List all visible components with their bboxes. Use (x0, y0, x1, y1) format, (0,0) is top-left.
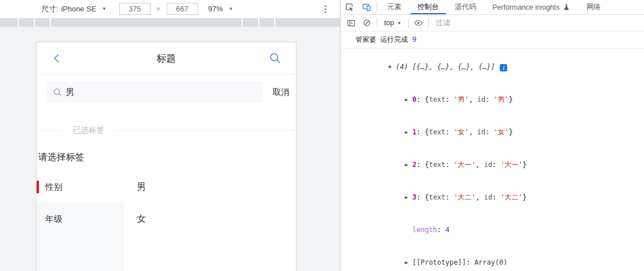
console-filter-input[interactable] (436, 19, 550, 27)
array-item-row: ▶1: {text: '女', id: '女'} (341, 116, 644, 149)
console-sidebar-icon[interactable] (343, 19, 359, 27)
tab-label: 网络 (586, 2, 600, 12)
option-list: 男 女 (124, 171, 296, 271)
divider-line (116, 130, 296, 131)
caret-down-icon: ▼ (102, 6, 106, 11)
search-input[interactable]: 男 (46, 81, 263, 103)
item-value: '大二' (454, 193, 476, 201)
more-options-icon[interactable]: ⋮ (321, 4, 330, 14)
tab-label: 元素 (387, 2, 401, 12)
console-log-message: 管家婆 运行完成9 (341, 31, 644, 49)
item-key: id (477, 95, 485, 103)
item-key: id (484, 193, 492, 201)
tab-performance-insights[interactable]: Performance insights (484, 0, 578, 14)
tag-tree-select: 性别 年级 男 女 (37, 171, 296, 271)
collapse-arrow-icon[interactable]: ▼ (388, 62, 396, 72)
length-label: length (412, 226, 437, 234)
log-text: 管家婆 运行完成 (355, 35, 408, 43)
clear-console-icon[interactable] (359, 19, 375, 27)
app-header: 标题 (37, 42, 296, 75)
context-label: top (384, 19, 394, 27)
media-query-tick (50, 18, 51, 27)
caret-down-icon: ▼ (397, 21, 401, 26)
array-prototype-row: ▶[[Prototype]]: Array(0) (341, 246, 644, 271)
search-bar: 男 取消 (37, 75, 296, 109)
tab-network[interactable]: 网络 (578, 0, 609, 14)
section-title: 请选择标签 (37, 152, 296, 164)
array-item-row: ▶2: {text: '大一', id: '大一'} (341, 149, 644, 181)
expand-arrow-icon[interactable]: ▶ (405, 257, 412, 268)
item-value: '男' (493, 95, 508, 103)
search-icon[interactable] (269, 52, 281, 64)
media-query-tick (34, 18, 35, 27)
item-value: '大一' (500, 161, 522, 169)
item-value: '女' (454, 128, 469, 136)
zoom-select[interactable]: 97% ▼ (208, 5, 234, 13)
javascript-context-select[interactable]: top ▼ (379, 19, 406, 27)
inspect-element-icon[interactable] (341, 0, 358, 14)
device-toolbar: 尺寸: iPhone SE ▼ × 97% ▼ ⋮ (0, 0, 340, 18)
device-canvas: 标题 男 取消 已选标签 (0, 18, 340, 271)
item-key: id (477, 128, 485, 136)
device-toolbar-icon[interactable] (358, 0, 375, 14)
media-query-tick (274, 18, 275, 27)
option-female[interactable]: 女 (137, 203, 296, 235)
tab-console[interactable]: 控制台 (409, 0, 447, 14)
multiply-icon: × (156, 5, 161, 13)
back-icon[interactable] (52, 53, 62, 63)
item-value: '大一' (454, 161, 476, 169)
devtools-tab-bar: 元素 控制台 源代码 Performance insights 网络 (341, 0, 644, 15)
viewport-width-input[interactable] (119, 3, 151, 15)
array-preview-row: ▼(4) [{…}, {…}, {…}, {…}]i (341, 51, 644, 83)
category-sidebar: 性别 年级 (37, 171, 124, 271)
expand-arrow-icon[interactable]: ▶ (405, 127, 412, 138)
media-query-bar[interactable] (0, 18, 340, 27)
device-select[interactable]: 尺寸: iPhone SE ▼ (41, 4, 106, 14)
emulated-page: 标题 男 取消 已选标签 (36, 42, 297, 271)
media-query-tick (18, 18, 19, 27)
expand-arrow-icon[interactable]: ▶ (405, 94, 412, 105)
sidebar-item-grade[interactable]: 年级 (37, 203, 124, 235)
item-key: text (429, 128, 445, 136)
option-male[interactable]: 男 (137, 171, 296, 203)
item-key: text (429, 193, 445, 201)
live-expression-eye-icon[interactable] (410, 18, 426, 27)
sidebar-item-label: 性别 (45, 182, 62, 193)
expand-arrow-icon[interactable]: ▶ (405, 192, 412, 203)
tab-label: 控制台 (417, 2, 439, 12)
tab-elements[interactable]: 元素 (379, 0, 409, 14)
tab-label: Performance insights (492, 3, 559, 11)
dimensions-label: 尺寸: (41, 4, 58, 14)
devtools-panel: 元素 控制台 源代码 Performance insights 网络 (340, 0, 644, 271)
screenshot-root: 尺寸: iPhone SE ▼ × 97% ▼ ⋮ (0, 0, 644, 271)
cancel-button[interactable]: 取消 (272, 87, 290, 98)
divider (377, 18, 377, 27)
tab-sources[interactable]: 源代码 (447, 0, 485, 14)
array-preview: (4) [{…}, {…}, {…}, {…}] (396, 63, 495, 71)
caret-down-icon: ▼ (229, 6, 234, 11)
console-array-message: ▼(4) [{…}, {…}, {…}, {…}]i ▶0: {text: '男… (341, 49, 644, 271)
expand-arrow-icon[interactable]: ▶ (405, 160, 412, 170)
array-item-row: ▶3: {text: '大二', id: '大二'} (341, 181, 644, 214)
item-value: '男' (454, 95, 469, 103)
info-icon[interactable]: i (500, 64, 507, 71)
search-icon (53, 88, 62, 97)
media-query-tick (258, 18, 259, 27)
console-toolbar: top ▼ (341, 15, 644, 31)
length-value: 4 (445, 226, 449, 234)
viewport-height-input[interactable] (167, 3, 198, 15)
sidebar-item-gender[interactable]: 性别 (37, 171, 124, 203)
page-title: 标题 (37, 42, 296, 75)
log-count: 9 (412, 35, 416, 43)
device-emulation-pane: 尺寸: iPhone SE ▼ × 97% ▼ ⋮ (0, 0, 340, 271)
device-name: iPhone SE (61, 5, 96, 13)
item-key: text (429, 161, 445, 169)
array-item-row: ▶0: {text: '男', id: '男'} (341, 83, 644, 116)
console-messages: 管家婆 运行完成9 ▼(4) [{…}, {…}, {…}, {…}]i ▶0:… (341, 31, 644, 271)
tab-label: 源代码 (455, 2, 477, 12)
sidebar-item-label: 年级 (45, 214, 62, 225)
divider (428, 18, 429, 27)
divider (377, 3, 377, 12)
item-key: id (484, 161, 492, 169)
divider (408, 18, 409, 27)
